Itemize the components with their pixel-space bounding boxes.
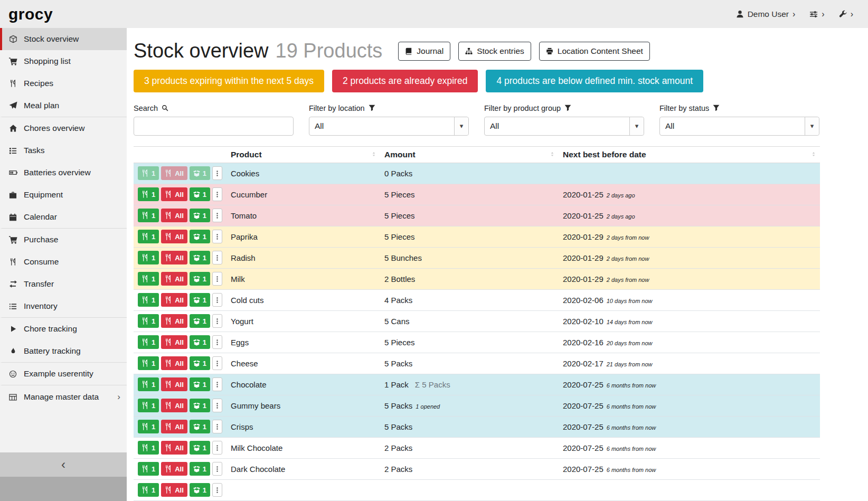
sidebar-item-battery-tracking[interactable]: Battery tracking xyxy=(0,340,127,363)
consume-one-button[interactable]: 1 xyxy=(138,187,159,201)
consume-all-button[interactable]: All xyxy=(161,314,187,328)
expired-banner[interactable]: 2 products are already expired xyxy=(332,70,478,92)
consume-one-button[interactable]: 1 xyxy=(138,356,159,370)
row-menu-button[interactable] xyxy=(212,230,222,243)
consume-all-button[interactable]: All xyxy=(161,356,187,370)
consume-all-button[interactable]: All xyxy=(161,441,187,455)
sidebar-item-recipes[interactable]: Recipes xyxy=(0,72,127,94)
open-one-button[interactable]: 1 xyxy=(190,293,210,307)
open-one-button[interactable]: 1 xyxy=(190,209,210,222)
row-menu-button[interactable] xyxy=(212,166,222,180)
consume-one-button[interactable]: 1 xyxy=(138,441,159,455)
row-menu-button[interactable] xyxy=(212,335,222,349)
open-one-button[interactable]: 1 xyxy=(190,399,210,412)
stock-entries-button[interactable]: Stock entries xyxy=(458,42,531,61)
sidebar-item-shopping-list[interactable]: Shopping list xyxy=(0,50,127,72)
consume-one-button[interactable]: 1 xyxy=(138,166,159,180)
consume-all-button[interactable]: All xyxy=(161,166,187,180)
journal-button[interactable]: Journal xyxy=(398,42,450,61)
sidebar-item-chores-overview[interactable]: Chores overview xyxy=(0,117,127,139)
consume-one-button[interactable]: 1 xyxy=(138,209,159,222)
consume-one-button[interactable]: 1 xyxy=(138,314,159,328)
sidebar-item-consume[interactable]: Consume xyxy=(0,251,127,273)
open-one-button[interactable]: 1 xyxy=(190,272,210,286)
sidebar-item-equipment[interactable]: Equipment xyxy=(0,184,127,206)
below-min-stock-banner[interactable]: 4 products are below defined min. stock … xyxy=(486,70,703,92)
settings-menu[interactable]: › xyxy=(809,10,824,18)
consume-all-button[interactable]: All xyxy=(161,335,187,349)
row-menu-button[interactable] xyxy=(212,441,222,455)
open-one-button[interactable]: 1 xyxy=(190,230,210,243)
row-menu-button[interactable] xyxy=(212,209,222,222)
sidebar-item-batteries-overview[interactable]: Batteries overview xyxy=(0,162,127,184)
sidebar-collapse-button[interactable]: ‹ xyxy=(0,452,127,477)
open-one-button[interactable]: 1 xyxy=(190,356,210,370)
row-menu-button[interactable] xyxy=(212,356,222,370)
filter-by-status-select-control[interactable]: All xyxy=(660,117,819,135)
sidebar-item-transfer[interactable]: Transfer xyxy=(0,273,127,295)
open-one-button[interactable]: 1 xyxy=(190,462,210,476)
sidebar-item-example-userentity[interactable]: Example userentity xyxy=(0,363,127,385)
consume-one-button[interactable]: 1 xyxy=(138,483,159,497)
location-content-sheet-button[interactable]: Location Content Sheet xyxy=(539,42,650,61)
row-menu-button[interactable] xyxy=(212,251,222,264)
consume-all-button[interactable]: All xyxy=(161,399,187,412)
consume-all-button[interactable]: All xyxy=(161,272,187,286)
consume-all-button[interactable]: All xyxy=(161,230,187,243)
filter-by-product-group-select-control[interactable]: All xyxy=(485,117,644,135)
button-label: 1 xyxy=(203,296,206,304)
admin-menu[interactable]: › xyxy=(839,10,853,18)
sidebar-item-chore-tracking[interactable]: Chore tracking xyxy=(0,318,127,340)
open-one-button[interactable]: 1 xyxy=(190,314,210,328)
column-header-amount[interactable]: Amount xyxy=(380,146,559,163)
row-menu-button[interactable] xyxy=(212,399,222,412)
consume-one-button[interactable]: 1 xyxy=(138,399,159,412)
user-menu[interactable]: Demo User › xyxy=(736,10,796,19)
consume-all-button[interactable]: All xyxy=(161,209,187,222)
sidebar-item-inventory[interactable]: Inventory xyxy=(0,295,127,318)
table-row: 1All1Yogurt5 Cans2020-02-1014 days from … xyxy=(134,310,820,332)
consume-all-button[interactable]: All xyxy=(161,293,187,307)
consume-all-button[interactable]: All xyxy=(161,483,187,497)
open-one-button[interactable]: 1 xyxy=(190,251,210,264)
consume-all-button[interactable]: All xyxy=(161,420,187,433)
row-menu-button[interactable] xyxy=(212,462,222,476)
consume-one-button[interactable]: 1 xyxy=(138,335,159,349)
sidebar-item-meal-plan[interactable]: Meal plan xyxy=(0,94,127,117)
consume-all-button[interactable]: All xyxy=(161,251,187,264)
row-menu-button[interactable] xyxy=(212,187,222,201)
sidebar-item-purchase[interactable]: Purchase xyxy=(0,229,127,251)
sidebar-item-tasks[interactable]: Tasks xyxy=(0,139,127,162)
consume-one-button[interactable]: 1 xyxy=(138,230,159,243)
consume-one-button[interactable]: 1 xyxy=(138,462,159,476)
row-menu-button[interactable] xyxy=(212,483,222,497)
open-one-button[interactable]: 1 xyxy=(190,187,210,201)
consume-all-button[interactable]: All xyxy=(161,377,187,391)
consume-one-button[interactable]: 1 xyxy=(138,272,159,286)
column-header-product[interactable]: Product xyxy=(227,146,380,163)
consume-one-button[interactable]: 1 xyxy=(138,251,159,264)
expiring-soon-banner[interactable]: 3 products expiring within the next 5 da… xyxy=(134,70,324,92)
row-menu-button[interactable] xyxy=(212,293,222,307)
search-input[interactable] xyxy=(134,117,294,136)
open-one-button[interactable]: 1 xyxy=(190,335,210,349)
row-menu-button[interactable] xyxy=(212,377,222,391)
consume-all-button[interactable]: All xyxy=(161,187,187,201)
sidebar-item-stock-overview[interactable]: Stock overview xyxy=(0,28,127,50)
sidebar-item-manage-master-data[interactable]: Manage master data› xyxy=(0,385,127,409)
row-menu-button[interactable] xyxy=(212,314,222,328)
consume-one-button[interactable]: 1 xyxy=(138,420,159,433)
open-one-button[interactable]: 1 xyxy=(190,377,210,391)
open-one-button[interactable]: 1 xyxy=(190,420,210,433)
column-header-next-best-before-date[interactable]: Next best before date xyxy=(559,146,820,163)
sidebar-item-calendar[interactable]: Calendar xyxy=(0,206,127,229)
open-one-button[interactable]: 1 xyxy=(190,166,210,180)
open-one-button[interactable]: 1 xyxy=(190,441,210,455)
consume-one-button[interactable]: 1 xyxy=(138,293,159,307)
filter-by-location-select-control[interactable]: All xyxy=(309,117,468,135)
row-menu-button[interactable] xyxy=(212,272,222,286)
consume-all-button[interactable]: All xyxy=(161,462,187,476)
consume-one-button[interactable]: 1 xyxy=(138,377,159,391)
row-menu-button[interactable] xyxy=(212,420,222,433)
open-one-button[interactable]: 1 xyxy=(190,483,210,497)
